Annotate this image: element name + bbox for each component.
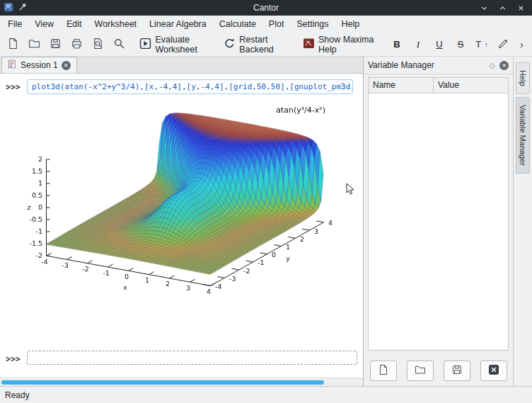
maxima-help-icon — [303, 38, 315, 52]
save-icon — [50, 38, 62, 52]
format-pen-button[interactable] — [493, 35, 513, 55]
next-entry-row: >>> — [6, 351, 357, 365]
variable-manager-header: Variable Manager ◇ ✕ — [364, 57, 513, 74]
print-icon — [71, 38, 83, 52]
command-entry-row: >>> plot3d(atan(-x^2+y^3/4),[x,-4,4],[y,… — [0, 74, 363, 94]
titlebar: Cantor — [0, 0, 532, 16]
menu-linear-algebra[interactable]: Linear Algebra — [143, 17, 213, 31]
horizontal-scrollbar[interactable] — [0, 378, 363, 386]
empty-command-entry[interactable] — [27, 351, 357, 365]
evaluate-worksheet-label: Evaluate Worksheet — [155, 35, 215, 55]
side-tab-help[interactable]: Help — [516, 62, 530, 94]
command-input-cell[interactable]: plot3d(atan(-x^2+y^3/4),[x,-4,4],[y,-4,4… — [27, 79, 353, 94]
toolbar: Evaluate Worksheet Restart Backend Show … — [0, 33, 532, 57]
menu-edit[interactable]: Edit — [60, 17, 88, 31]
variables-table-body — [369, 93, 508, 350]
new-document-icon — [7, 38, 19, 52]
menu-settings[interactable]: Settings — [290, 17, 335, 31]
worksheet-column: Session 1 ✕ >>> plot3d(atan(-x^2+y^3/4),… — [0, 57, 363, 386]
italic-button[interactable]: I — [408, 35, 428, 55]
menu-view[interactable]: View — [28, 17, 60, 31]
delete-x-icon — [488, 364, 499, 378]
plot3d-canvas — [25, 98, 358, 311]
window-title: Cantor — [85, 3, 447, 13]
cell-handle-icon[interactable]: ⋮⋮ — [339, 81, 350, 89]
tab-session-1[interactable]: Session 1 ✕ — [1, 57, 77, 73]
session-tabbar: Session 1 ✕ — [0, 57, 363, 74]
evaluate-worksheet-button[interactable]: Evaluate Worksheet — [136, 35, 219, 55]
open-folder-icon — [28, 38, 40, 52]
session-icon — [8, 59, 17, 71]
close-button[interactable] — [515, 2, 526, 13]
load-variables-button[interactable] — [407, 361, 434, 381]
plot-output — [25, 98, 363, 311]
tab-session-label: Session 1 — [21, 60, 58, 70]
open-button[interactable] — [24, 35, 44, 55]
horizontal-scrollbar-thumb[interactable] — [1, 380, 324, 385]
toolbar-overflow-button[interactable]: › — [514, 38, 529, 50]
entry-prompt: >>> — [6, 351, 27, 364]
save-icon — [451, 364, 463, 378]
new-worksheet-button[interactable] — [3, 35, 23, 55]
menu-worksheet[interactable]: Worksheet — [88, 17, 144, 31]
close-panel-icon[interactable]: ✕ — [499, 61, 509, 70]
save-variables-button[interactable] — [444, 361, 470, 381]
minimize-button[interactable] — [478, 2, 490, 13]
strikethrough-button[interactable]: S — [451, 35, 470, 55]
command-prompt: >>> — [6, 79, 27, 92]
status-text: Ready — [5, 390, 30, 400]
detach-panel-icon[interactable]: ◇ — [490, 61, 495, 70]
pin-icon[interactable] — [18, 2, 28, 14]
open-folder-icon — [415, 364, 426, 378]
side-tab-strip: Help Variable Manager — [513, 57, 532, 386]
menu-calculate[interactable]: Calculate — [213, 17, 262, 31]
evaluate-play-icon — [139, 38, 151, 52]
variable-manager-title: Variable Manager — [368, 60, 485, 70]
maximize-button[interactable] — [497, 2, 508, 13]
restart-arrow-icon — [224, 38, 236, 52]
code-line: plot3d(atan(-x^2+y^3/4),[x,-4,4],[y,-4,4… — [32, 82, 353, 91]
variable-manager-panel: Variable Manager ◇ ✕ Name Value — [363, 57, 513, 386]
new-document-icon — [378, 364, 389, 378]
save-button[interactable] — [45, 35, 65, 55]
new-variable-button[interactable] — [370, 361, 397, 381]
worksheet: >>> plot3d(atan(-x^2+y^3/4),[x,-4,4],[y,… — [0, 74, 363, 378]
bold-button[interactable]: B — [387, 35, 407, 55]
app-icon — [4, 2, 13, 14]
side-tab-variable-manager[interactable]: Variable Manager — [516, 97, 530, 174]
column-header-value[interactable]: Value — [434, 78, 508, 93]
print-button[interactable] — [66, 35, 86, 55]
column-header-name[interactable]: Name — [369, 78, 434, 93]
menu-plot[interactable]: Plot — [262, 17, 291, 31]
show-maxima-help-label: Show Maxima Help — [318, 35, 376, 55]
variables-table: Name Value — [368, 77, 509, 351]
menu-help[interactable]: Help — [335, 17, 366, 31]
search-icon — [113, 38, 125, 52]
restart-backend-label: Restart Backend — [239, 35, 288, 55]
find-button[interactable] — [109, 35, 129, 55]
variable-manager-actions — [364, 355, 513, 386]
format-pen-icon — [497, 38, 509, 52]
print-preview-icon — [92, 38, 104, 52]
tab-close-icon[interactable]: ✕ — [62, 61, 71, 70]
underline-button[interactable]: U — [429, 35, 449, 55]
content-area: Session 1 ✕ >>> plot3d(atan(-x^2+y^3/4),… — [0, 57, 532, 386]
restart-backend-button[interactable]: Restart Backend — [220, 35, 291, 55]
cantor-window: Cantor File View Edit Worksheet Linear A… — [0, 0, 532, 403]
statusbar: Ready — [0, 386, 532, 403]
show-maxima-help-button[interactable]: Show Maxima Help — [299, 35, 380, 55]
clear-variables-button[interactable] — [480, 361, 507, 381]
variables-table-header: Name Value — [369, 78, 508, 93]
superscript-button[interactable]: T↑ — [472, 35, 492, 55]
menubar: File View Edit Worksheet Linear Algebra … — [0, 16, 532, 33]
menu-file[interactable]: File — [1, 17, 28, 31]
print-preview-button[interactable] — [88, 35, 108, 55]
